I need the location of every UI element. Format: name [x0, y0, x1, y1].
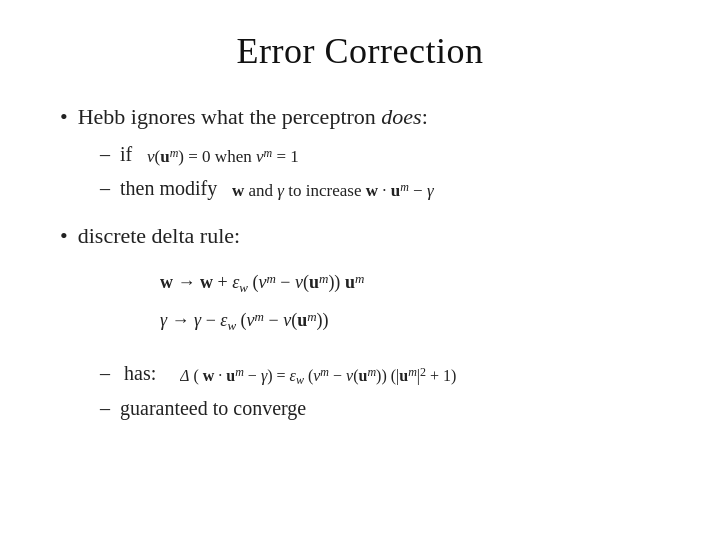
delta-subitems: – has: Δ ( w · um − γ) = εw (vm − v(um))… [100, 357, 660, 422]
dash-has: – [100, 358, 110, 388]
delta-subitem-has: – has: Δ ( w · um − γ) = εw (vm − v(um))… [100, 357, 660, 388]
bullet-dot-1: • [60, 106, 68, 128]
bullet-delta: • discrete delta rule: w → w + εw (vm − … [60, 221, 660, 423]
bullet-hebb: • Hebb ignores what the perceptron does:… [60, 102, 660, 203]
has-label: has: [124, 358, 166, 388]
svg-text:w and γ to increase w · um − γ: w and γ to increase w · um − γ [232, 180, 435, 200]
then-label: then modify [120, 173, 222, 203]
formula-w: w → w + εw (vm − v(um)) um [160, 268, 660, 303]
bullet-hebb-main: • Hebb ignores what the perceptron does: [60, 102, 660, 133]
hebb-subitem-then: – then modify w and γ to increase w · um… [100, 173, 660, 203]
if-label: if [120, 139, 137, 169]
if-formula: v(um) = 0 when vm = 1 [147, 139, 377, 169]
formula-gamma: γ → γ − εw (vm − v(um)) [160, 306, 660, 341]
svg-text:Δ
                (
          : Δ ( w · um − γ) = εw (vm − v(um)) (|um|2… [180, 365, 456, 387]
bullet-delta-text: discrete delta rule: [78, 221, 240, 252]
slide-title: Error Correction [60, 30, 660, 72]
hebb-subitem-if: – if v(um) = 0 when vm = 1 [100, 139, 660, 169]
converge-label: guaranteed to converge [120, 393, 306, 423]
dash-then: – [100, 173, 110, 203]
then-formula: w and γ to increase w · um − γ [232, 173, 512, 203]
bullet-dot-2: • [60, 225, 68, 247]
svg-text:γ
               → 
          : γ → γ − εw (vm − v(um)) [160, 309, 329, 332]
svg-text:v(um) = 0  when  vm = 1: v(um) = 0 when vm = 1 [147, 146, 299, 166]
has-formula: Δ ( w · um − γ) = εw (vm − v(um)) (|um|2… [180, 357, 610, 388]
dash-converge: – [100, 393, 110, 423]
slide-container: Error Correction • Hebb ignores what the… [0, 0, 720, 540]
delta-formulas: w → w + εw (vm − v(um)) um γ → [160, 268, 660, 342]
bullet-hebb-text: Hebb ignores what the perceptron does: [78, 102, 428, 133]
hebb-subitems: – if v(um) = 0 when vm = 1 – then modify [100, 139, 660, 203]
svg-text:w
               → 
          : w → w + εw (vm − v(um)) um [160, 271, 364, 294]
content-area: • Hebb ignores what the perceptron does:… [60, 102, 660, 510]
dash-if: – [100, 139, 110, 169]
bullet-delta-main: • discrete delta rule: [60, 221, 660, 252]
delta-subitem-converge: – guaranteed to converge [100, 393, 660, 423]
